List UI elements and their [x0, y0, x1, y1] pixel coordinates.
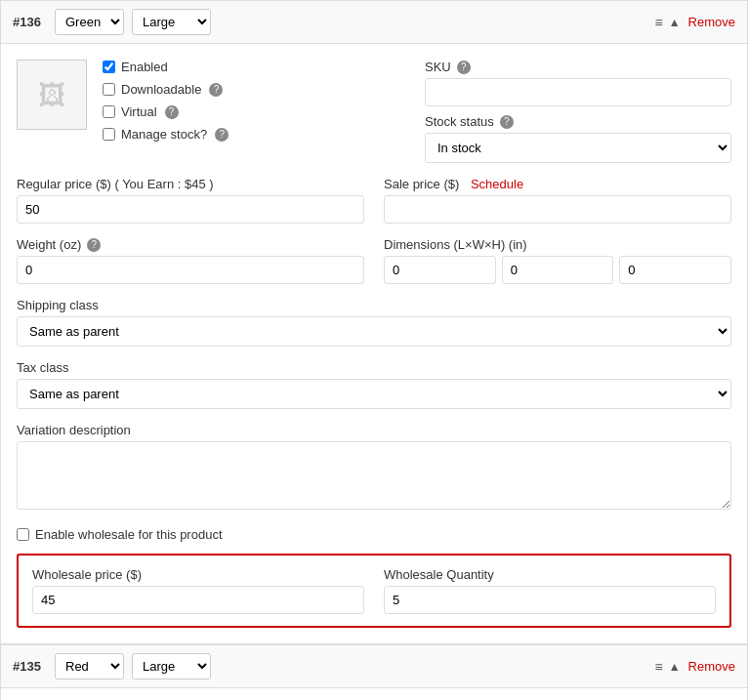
enabled-label-136: Enabled [121, 60, 168, 74]
virtual-row-136: Virtual ? [103, 104, 409, 119]
size-select-135[interactable]: Large Medium Small [132, 653, 211, 679]
shipping-class-label-136: Shipping class [17, 298, 731, 312]
downloadable-help-icon-136[interactable]: ? [209, 83, 223, 97]
wholesale-quantity-input-136[interactable] [384, 586, 716, 614]
menu-icon-135[interactable]: ≡ [655, 659, 663, 675]
sale-schedule-link-136[interactable]: Schedule [471, 177, 523, 191]
stock-status-label-text-136: Stock status [425, 114, 494, 129]
header-icons-135: ≡ ▲ [655, 659, 681, 675]
enabled-checkbox-136[interactable] [103, 61, 115, 73]
header-icons-136: ≡ ▲ [655, 15, 681, 30]
dimensions-group-136: Dimensions (L×W×H) (in) [384, 237, 731, 284]
remove-button-135[interactable]: Remove [688, 659, 735, 674]
weight-label-136: Weight (oz) ? [17, 237, 364, 252]
manage-stock-help-icon-136[interactable]: ? [215, 128, 229, 142]
stock-status-select-136[interactable]: In stock Out of stock On backorder [425, 133, 731, 163]
sku-input-136[interactable] [425, 78, 731, 106]
downloadable-row-136: Downloadable ? [103, 82, 409, 97]
fields-grid-136: Regular price ($) ( You Earn : $45 ) Sal… [17, 177, 731, 510]
manage-stock-row-136: Manage stock? ? [103, 127, 409, 142]
variation-description-textarea-136[interactable] [17, 441, 731, 510]
variation-header-135: #135 Green Red Blue Large Medium Small ≡… [1, 645, 747, 688]
shipping-class-select-136[interactable]: Same as parent No shipping class [17, 316, 731, 347]
regular-price-input-136[interactable] [17, 195, 364, 224]
wholesale-price-label-136: Wholesale price ($) [32, 567, 364, 582]
variation-description-label-136: Variation description [17, 423, 731, 437]
sku-label-136: SKU ? [425, 60, 731, 74]
sale-price-label-text-136: Sale price ($) [384, 177, 459, 191]
tax-class-group-136: Tax class Same as parent Standard Reduce… [17, 360, 731, 409]
enable-wholesale-row-136: Enable wholesale for this product [17, 523, 731, 542]
virtual-label-136: Virtual [121, 104, 157, 119]
wholesale-section-136: Wholesale price ($) Wholesale Quantity [17, 554, 731, 628]
dim-h-input-136[interactable] [619, 256, 731, 284]
color-select-135[interactable]: Green Red Blue [55, 653, 124, 679]
variation-136: #136 Green Red Blue Large Medium Small ≡… [0, 0, 748, 644]
sale-price-input-136[interactable] [384, 195, 731, 224]
sku-label-text-136: SKU [425, 60, 451, 74]
wholesale-price-input-136[interactable] [32, 586, 364, 614]
dim-l-input-136[interactable] [384, 256, 496, 284]
menu-icon-136[interactable]: ≡ [655, 15, 663, 30]
color-select-136[interactable]: Green Red Blue [55, 9, 124, 35]
sku-help-icon-136[interactable]: ? [457, 61, 471, 74]
image-placeholder-icon-136: 🖼 [38, 79, 65, 111]
variation-body-135: 🖼 Enabled Downloadable ? SKU ? [1, 688, 747, 700]
product-image-136[interactable]: 🖼 [17, 60, 87, 130]
tax-class-label-136: Tax class [17, 360, 731, 375]
remove-button-136[interactable]: Remove [688, 15, 735, 29]
dimensions-label-136: Dimensions (L×W×H) (in) [384, 237, 731, 252]
enable-wholesale-checkbox-136[interactable] [17, 528, 29, 541]
chevron-up-icon-135[interactable]: ▲ [669, 660, 681, 674]
wholesale-price-group-136: Wholesale price ($) [32, 567, 364, 614]
stock-status-section-136: Stock status ? In stock Out of stock On … [425, 114, 731, 163]
stock-status-label-136: Stock status ? [425, 114, 731, 129]
stock-status-help-icon-136[interactable]: ? [500, 115, 514, 129]
weight-group-136: Weight (oz) ? [17, 237, 364, 284]
variation-135: #135 Green Red Blue Large Medium Small ≡… [0, 644, 748, 700]
weight-help-icon-136[interactable]: ? [87, 238, 101, 252]
weight-label-text-136: Weight (oz) [17, 237, 81, 252]
sale-price-group-136: Sale price ($) Schedule [384, 177, 731, 224]
shipping-class-group-136: Shipping class Same as parent No shippin… [17, 298, 731, 347]
dimensions-row-136 [384, 256, 731, 284]
top-section-136: 🖼 Enabled Downloadable ? Virtual ? [17, 60, 731, 163]
checkboxes-136: Enabled Downloadable ? Virtual ? Manage … [103, 60, 409, 163]
regular-price-label-136: Regular price ($) ( You Earn : $45 ) [17, 177, 364, 191]
manage-stock-checkbox-136[interactable] [103, 128, 115, 141]
sale-price-label-136: Sale price ($) Schedule [384, 177, 731, 191]
manage-stock-label-136: Manage stock? [121, 127, 207, 142]
variation-header-136: #136 Green Red Blue Large Medium Small ≡… [1, 1, 747, 44]
variation-id-136: #136 [13, 15, 47, 29]
downloadable-checkbox-136[interactable] [103, 83, 115, 96]
virtual-checkbox-136[interactable] [103, 105, 115, 118]
variation-description-group-136: Variation description [17, 423, 731, 510]
size-select-136[interactable]: Large Medium Small [132, 9, 211, 35]
virtual-help-icon-136[interactable]: ? [165, 105, 179, 119]
enable-wholesale-label-136: Enable wholesale for this product [35, 527, 223, 542]
tax-class-select-136[interactable]: Same as parent Standard Reduced rate Zer… [17, 379, 731, 409]
downloadable-label-136: Downloadable [121, 82, 201, 97]
dim-w-input-136[interactable] [502, 256, 614, 284]
regular-price-group-136: Regular price ($) ( You Earn : $45 ) [17, 177, 364, 224]
enabled-row-136: Enabled [103, 60, 409, 74]
weight-input-136[interactable] [17, 256, 364, 284]
wholesale-quantity-label-136: Wholesale Quantity [384, 567, 716, 582]
variation-body-136: 🖼 Enabled Downloadable ? Virtual ? [1, 44, 747, 643]
chevron-up-icon-136[interactable]: ▲ [669, 16, 681, 29]
sku-section-136: SKU ? Stock status ? In stock Out of sto… [425, 60, 731, 163]
variation-id-135: #135 [13, 659, 47, 674]
wholesale-quantity-group-136: Wholesale Quantity [384, 567, 716, 614]
